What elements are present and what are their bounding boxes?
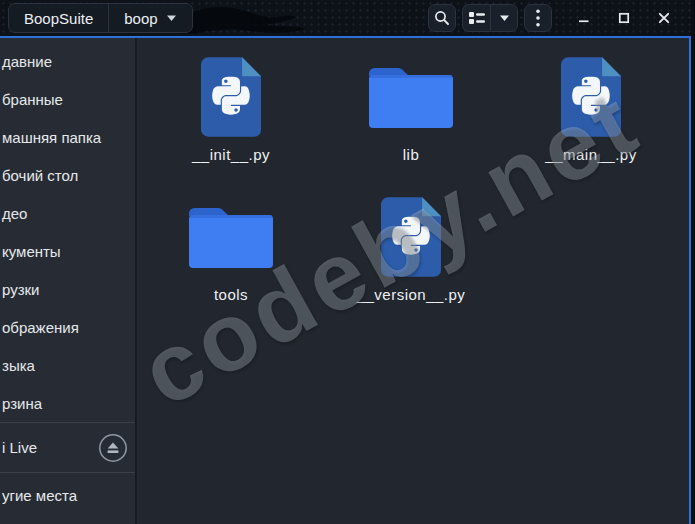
python-file-icon: [560, 54, 622, 140]
file-area[interactable]: __init__.py lib __main__.py: [137, 38, 689, 524]
minimize-button[interactable]: [572, 6, 596, 30]
list-view-icon: [469, 11, 485, 25]
close-icon: [658, 12, 670, 24]
search-icon: [434, 10, 450, 26]
sidebar-item-kali-live[interactable]: i Live: [0, 423, 135, 472]
close-button[interactable]: [652, 6, 676, 30]
path-bar: BoopSuite boop: [8, 3, 193, 33]
sidebar: давние бранные машняя папка бочий стол д…: [0, 38, 137, 524]
file-name: __init__.py: [192, 146, 270, 163]
sidebar-item-documents[interactable]: кументы: [0, 232, 135, 270]
search-button[interactable]: [428, 4, 456, 32]
file-item-main[interactable]: __main__.py: [501, 54, 681, 194]
view-toggle-button[interactable]: [462, 4, 490, 32]
minimize-icon: [578, 12, 590, 24]
python-file-icon: [200, 54, 262, 140]
kebab-menu-icon: [536, 9, 540, 27]
view-switcher: [462, 4, 518, 32]
sidebar-item-trash[interactable]: рзина: [0, 384, 135, 422]
titlebar[interactable]: BoopSuite boop: [0, 0, 691, 36]
breadcrumb-current-folder[interactable]: boop: [108, 4, 191, 32]
folder-icon: [367, 54, 455, 140]
eject-icon: [98, 433, 128, 463]
sidebar-item-other-locations[interactable]: угие места: [0, 473, 135, 517]
folder-name: lib: [403, 146, 420, 163]
sidebar-item-home[interactable]: машняя папка: [0, 118, 135, 156]
breadcrumb-parent-folder[interactable]: BoopSuite: [9, 4, 108, 32]
breadcrumb-label: boop: [124, 10, 157, 27]
file-manager-window: BoopSuite boop: [0, 0, 691, 524]
sidebar-item-starred[interactable]: бранные: [0, 80, 135, 118]
folder-item-tools[interactable]: tools: [141, 194, 321, 334]
chevron-down-icon: [499, 14, 510, 22]
sidebar-item-videos[interactable]: део: [0, 194, 135, 232]
file-item-version[interactable]: __version__.py: [321, 194, 501, 334]
sidebar-item-music[interactable]: зыка: [0, 346, 135, 384]
titlebar-actions: [428, 4, 691, 32]
file-name: __version__.py: [357, 286, 466, 303]
app-body: давние бранные машняя папка бочий стол д…: [0, 38, 691, 524]
window-controls: [572, 6, 676, 30]
folder-item-lib[interactable]: lib: [321, 54, 501, 194]
dragon-watermark: [162, 0, 392, 36]
folder-icon: [187, 194, 275, 280]
file-grid: __init__.py lib __main__.py: [141, 54, 689, 334]
python-file-icon: [380, 194, 442, 280]
sidebar-item-desktop[interactable]: бочий стол: [0, 156, 135, 194]
device-label: i Live: [2, 439, 37, 456]
breadcrumb-label: BoopSuite: [24, 10, 93, 27]
file-name: __main__.py: [545, 146, 636, 163]
folder-name: tools: [214, 286, 248, 303]
sidebar-item-downloads[interactable]: рузки: [0, 270, 135, 308]
maximize-icon: [618, 12, 630, 24]
view-options-button[interactable]: [490, 4, 518, 32]
sidebar-item-recent[interactable]: давние: [0, 42, 135, 80]
chevron-down-icon: [166, 14, 177, 22]
eject-button[interactable]: [98, 433, 128, 463]
file-item-init[interactable]: __init__.py: [141, 54, 321, 194]
menu-button[interactable]: [524, 4, 552, 32]
maximize-button[interactable]: [612, 6, 636, 30]
sidebar-item-pictures[interactable]: ображения: [0, 308, 135, 346]
